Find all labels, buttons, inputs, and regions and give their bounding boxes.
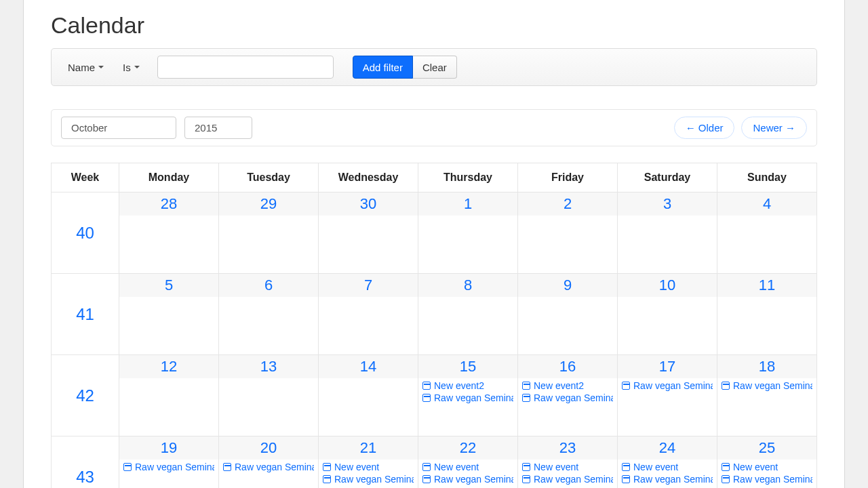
calendar-day: 28 [119, 192, 219, 274]
day-number[interactable]: 12 [119, 355, 218, 378]
day-number[interactable]: 2 [518, 192, 617, 216]
day-number[interactable]: 23 [518, 436, 617, 460]
add-filter-button[interactable]: Add filter [353, 56, 413, 79]
calendar-day: 11 [717, 274, 817, 355]
calendar-day: 3 [618, 192, 717, 274]
calendar-icon [722, 475, 730, 483]
calendar-icon [422, 463, 431, 471]
calendar-event[interactable]: Raw vegan Seminar [722, 473, 812, 485]
calendar-day: 5 [119, 274, 219, 355]
calendar-header: Tuesday [219, 163, 319, 192]
calendar-event[interactable]: Raw vegan Seminar [323, 473, 414, 485]
calendar-event[interactable]: Raw vegan Seminar [422, 392, 513, 404]
calendar-event[interactable]: New event [422, 461, 513, 473]
day-number[interactable]: 5 [119, 274, 218, 297]
calendar-day: 12 [119, 355, 219, 436]
calendar-event[interactable]: New event2 [522, 380, 613, 392]
day-number[interactable]: 8 [418, 274, 517, 297]
calendar-event[interactable]: Raw vegan Seminar [123, 461, 214, 473]
event-label: New event [434, 462, 479, 472]
day-number[interactable]: 28 [119, 192, 218, 216]
calendar-icon [123, 463, 132, 471]
year-select[interactable]: 2015 [184, 117, 252, 139]
period-selectors: October 2015 [61, 117, 252, 139]
calendar-day: 18Raw vegan Seminar [717, 355, 817, 436]
calendar-header: Sunday [717, 163, 817, 192]
day-number[interactable]: 30 [319, 192, 418, 216]
day-number[interactable]: 15 [418, 355, 517, 378]
day-number[interactable]: 7 [319, 274, 418, 297]
event-label: Raw vegan Seminar [633, 474, 713, 485]
day-number[interactable]: 17 [618, 355, 717, 378]
caret-down-icon [134, 66, 140, 68]
period-pager: ← Older Newer → [674, 117, 807, 139]
calendar-event[interactable]: New event [323, 461, 414, 473]
event-label: New event [334, 462, 379, 472]
calendar-day: 24New eventRaw vegan Seminar [618, 436, 717, 489]
calendar-header: Week [52, 163, 119, 192]
calendar-event[interactable]: Raw vegan Seminar [223, 461, 314, 473]
filter-field-dropdown[interactable]: Name [61, 59, 111, 76]
event-label: Raw vegan Seminar [534, 474, 613, 485]
calendar-event[interactable]: Raw vegan Seminar [622, 380, 713, 392]
day-number[interactable]: 13 [219, 355, 318, 378]
older-button[interactable]: ← Older [674, 117, 735, 139]
filter-value-input[interactable] [157, 56, 334, 79]
day-number[interactable]: 14 [319, 355, 418, 378]
day-number[interactable]: 29 [219, 192, 318, 216]
month-select[interactable]: October [61, 117, 176, 139]
calendar-day: 13 [219, 355, 319, 436]
week-number[interactable]: 42 [52, 355, 119, 436]
calendar-event[interactable]: Raw vegan Seminar [422, 473, 513, 485]
calendar-event[interactable]: Raw vegan Seminar [722, 380, 812, 392]
day-number[interactable]: 22 [418, 436, 517, 460]
event-label: Raw vegan Seminar [334, 474, 414, 485]
week-number[interactable]: 41 [52, 274, 119, 355]
day-number[interactable]: 25 [717, 436, 816, 460]
filter-op-dropdown[interactable]: Is [116, 59, 146, 76]
day-number[interactable]: 9 [518, 274, 617, 297]
calendar-day: 30 [319, 192, 418, 274]
calendar-day: 21New eventRaw vegan Seminar [319, 436, 418, 489]
calendar-event[interactable]: New event [622, 461, 713, 473]
calendar-day: 14 [319, 355, 418, 436]
week-number[interactable]: 40 [52, 192, 119, 274]
day-number[interactable]: 19 [119, 436, 218, 460]
day-number[interactable]: 3 [618, 192, 717, 216]
filter-bar: Name Is Add filter Clear [51, 48, 817, 86]
calendar-icon [323, 475, 331, 483]
calendar-day: 6 [219, 274, 319, 355]
day-number[interactable]: 1 [418, 192, 517, 216]
page-title: Calendar [51, 0, 817, 48]
day-number[interactable]: 10 [618, 274, 717, 297]
calendar-day: 7 [319, 274, 418, 355]
calendar-day: 23New eventRaw vegan Seminar [518, 436, 618, 489]
day-number[interactable]: 20 [219, 436, 318, 460]
event-label: New event [534, 462, 578, 472]
calendar-day: 1 [418, 192, 518, 274]
calendar-icon [622, 475, 630, 483]
day-number[interactable]: 6 [219, 274, 318, 297]
calendar-event[interactable]: Raw vegan Seminar [522, 392, 613, 404]
calendar-event[interactable]: Raw vegan Seminar [522, 473, 613, 485]
day-number[interactable]: 4 [717, 192, 816, 216]
calendar-icon [722, 463, 730, 471]
calendar-event[interactable]: New event2 [422, 380, 513, 392]
calendar-header: Saturday [618, 163, 717, 192]
clear-filter-button[interactable]: Clear [413, 56, 457, 79]
day-number[interactable]: 24 [618, 436, 717, 460]
calendar-event[interactable]: New event [722, 461, 812, 473]
newer-button[interactable]: Newer → [741, 117, 807, 139]
day-number[interactable]: 21 [319, 436, 418, 460]
calendar-event[interactable]: Raw vegan Seminar [622, 473, 713, 485]
event-label: Raw vegan Seminar [733, 474, 812, 485]
day-number[interactable]: 18 [717, 355, 816, 378]
day-number[interactable]: 11 [717, 274, 816, 297]
calendar-icon [622, 463, 630, 471]
calendar-icon [422, 394, 431, 402]
event-label: New event2 [534, 380, 584, 391]
calendar-header: Friday [518, 163, 618, 192]
week-number[interactable]: 43 [52, 436, 119, 489]
day-number[interactable]: 16 [518, 355, 617, 378]
calendar-event[interactable]: New event [522, 461, 613, 473]
